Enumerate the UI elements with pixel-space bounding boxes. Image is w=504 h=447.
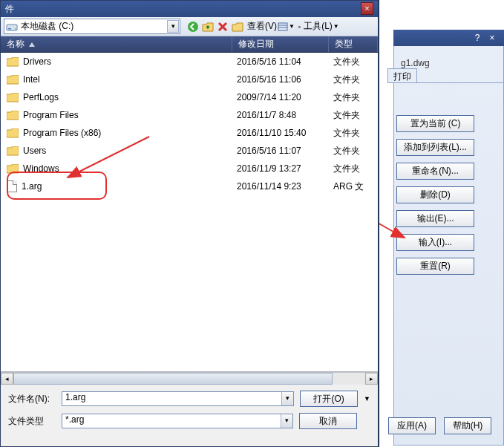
item-date: 2016/5/16 11:07 [232,146,329,156]
item-date: 2016/5/16 11:06 [232,74,329,85]
list-item[interactable]: 1.arg2016/11/14 9:23ARG 文 [1,177,378,195]
path-combo[interactable]: 本地磁盘 (C:) ▾ [4,19,180,34]
item-type: 文件夹 [329,109,378,122]
tab-underline [387,82,504,83]
apply-button[interactable]: 应用(A) [388,417,436,434]
item-type: 文件夹 [329,56,378,68]
delete-icon[interactable] [216,20,229,33]
item-date: 2016/5/16 11:04 [232,56,329,67]
item-type: 文件夹 [329,74,378,86]
chevron-down-icon[interactable]: ▾ [281,414,292,428]
up-folder-icon[interactable] [201,20,215,33]
dialog-title: 件 [5,3,14,16]
tools-menu[interactable]: 工具(L)▼ [302,20,341,33]
item-date: 2009/7/14 11:20 [232,92,329,102]
set-current-button[interactable]: 置为当前 (C) [396,115,474,132]
item-type: 文件夹 [329,127,378,140]
folder-icon [7,111,19,120]
dialog-toolbar: 本地磁盘 (C:) ▾ 查看(V)▼ ▪ 工具(L)▼ [1,17,378,36]
list-item[interactable]: PerfLogs2009/7/14 11:20文件夹 [1,88,378,106]
list-item[interactable]: Intel2016/5/16 11:06文件夹 [1,71,378,88]
scroll-thumb[interactable] [13,373,333,385]
item-date: 2016/11/9 13:27 [232,163,329,174]
view-icon [278,22,288,32]
back-icon[interactable] [186,20,200,33]
svg-rect-1 [8,28,11,30]
column-name[interactable]: 名称 [1,36,232,52]
item-type: 文件夹 [329,145,378,157]
dialog-bottom: 文件名(N): 1.arg▾ 打开(O) ▼ 文件类型 *.arg▾ 取消 [1,385,378,441]
item-name: Program Files [23,110,79,120]
list-item[interactable]: Drivers2016/5/16 11:04文件夹 [1,53,378,71]
column-type[interactable]: 类型 [329,36,378,52]
item-type: 文件夹 [329,91,378,104]
close-icon[interactable]: × [486,32,498,44]
file-list[interactable]: Drivers2016/5/16 11:04文件夹Intel2016/5/16 … [1,53,378,372]
help-icon[interactable]: ? [471,32,483,44]
view-menu[interactable]: 查看(V)▼ [246,20,296,33]
folder-icon [7,164,19,174]
export-button[interactable]: 输出(E)... [396,210,474,227]
chevron-down-icon[interactable]: ▾ [281,392,293,405]
tab-print[interactable]: 打印 [387,68,417,83]
item-type: 文件夹 [329,163,378,175]
filetype-input[interactable]: *.arg▾ [62,414,293,428]
open-button[interactable]: 打开(O) [300,391,358,407]
folder-icon [7,128,19,138]
item-date: 2016/11/10 15:40 [232,128,329,138]
list-item[interactable]: Users2016/5/16 11:07文件夹 [1,142,378,160]
svg-point-3 [188,22,198,32]
item-date: 2016/11/14 9:23 [232,181,329,192]
item-type: ARG 文 [329,180,378,193]
reset-button[interactable]: 重置(R) [396,258,474,275]
list-item[interactable]: Program Files (x86)2016/11/10 15:40文件夹 [1,124,378,142]
item-name: PerfLogs [23,92,59,102]
close-icon[interactable]: × [361,2,373,15]
new-folder-icon[interactable] [231,20,244,33]
folder-icon [7,57,19,67]
chevron-down-icon: ▼ [333,23,339,30]
svg-rect-4 [278,23,287,30]
filetype-label: 文件类型 [8,415,56,428]
help-button[interactable]: 帮助(H) [444,417,491,434]
column-date[interactable]: 修改日期 [232,36,329,52]
horizontal-scrollbar[interactable]: ◂ ▸ [1,372,378,385]
file-icon [7,180,17,192]
chevron-down-icon[interactable]: ▼ [364,395,370,402]
folder-icon [7,93,19,102]
delete-button[interactable]: 删除(D) [396,186,474,203]
item-name: Windows [23,163,59,174]
svg-point-2 [15,28,16,30]
import-button[interactable]: 输入(I)... [396,234,474,251]
item-name: Intel [23,74,40,85]
folder-icon [7,75,19,85]
item-name: Users [23,146,46,156]
scroll-left-icon[interactable]: ◂ [1,373,13,385]
dialog-titlebar[interactable]: 件 × [1,1,378,17]
sort-asc-icon [29,42,35,47]
rename-button[interactable]: 重命名(N)... [396,163,474,180]
item-name: 1.arg [22,181,42,192]
chevron-down-icon[interactable]: ▾ [167,20,179,33]
scroll-right-icon[interactable]: ▸ [365,373,378,385]
add-to-list-button[interactable]: 添加到列表(L)... [396,139,474,156]
path-label: 本地磁盘 (C:) [21,20,73,33]
folder-icon [7,146,19,156]
drive-icon [6,21,18,33]
cancel-button[interactable]: 取消 [299,413,357,429]
item-name: Program Files (x86) [23,128,101,138]
background-titlebar: ? × [393,30,504,46]
list-item[interactable]: Program Files2016/11/7 8:48文件夹 [1,106,378,124]
background-filename: g1.dwg [401,58,430,68]
filename-label: 文件名(N): [8,393,56,405]
item-name: Drivers [23,56,51,67]
list-header: 名称 修改日期 类型 [1,36,378,53]
list-item[interactable]: Windows2016/11/9 13:27文件夹 [1,160,378,177]
file-open-dialog: 件 × 本地磁盘 (C:) ▾ 查看(V)▼ ▪ 工具(L)▼ 名称 修改日期 … [0,0,379,447]
item-date: 2016/11/7 8:48 [232,110,329,120]
chevron-down-icon: ▼ [289,23,295,30]
filename-input[interactable]: 1.arg▾ [62,391,294,406]
